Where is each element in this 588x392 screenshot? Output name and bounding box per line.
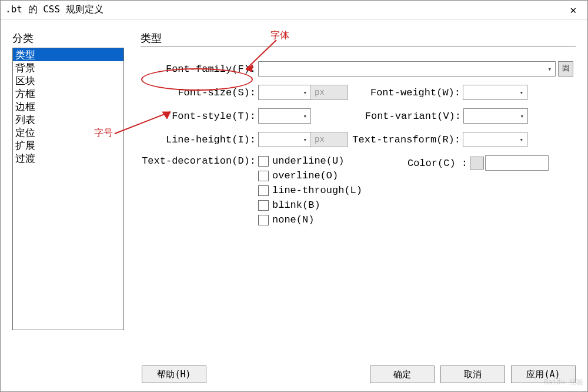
divider xyxy=(141,46,576,47)
decoration-option: underline(U) xyxy=(258,155,393,167)
type-panel: 类型 Font-family(F): ▾ 固 Font-size(S): ▾ p… xyxy=(124,31,576,356)
category-panel: 分类 类型背景区块方框边框列表定位扩展过渡 xyxy=(12,31,124,356)
category-item[interactable]: 背景 xyxy=(13,61,123,74)
chevron-down-icon: ▾ xyxy=(519,136,523,144)
chevron-down-icon: ▾ xyxy=(303,89,307,97)
decoration-label: overline(O) xyxy=(272,170,338,181)
css-rule-dialog: .bt 的 CSS 规则定义 ✕ 分类 类型背景区块方框边框列表定位扩展过渡 类… xyxy=(0,0,588,392)
category-item[interactable]: 方框 xyxy=(13,87,123,100)
label-color: Color(C) : xyxy=(393,158,470,169)
cancel-button[interactable]: 取消 xyxy=(440,366,505,383)
label-text-transform: Text-transform(R): xyxy=(348,134,463,145)
dialog-body: 分类 类型背景区块方框边框列表定位扩展过渡 类型 Font-family(F):… xyxy=(1,19,587,361)
checkbox[interactable] xyxy=(258,171,269,181)
category-item[interactable]: 边框 xyxy=(13,100,123,113)
decoration-label: none(N) xyxy=(272,214,314,225)
category-header: 分类 xyxy=(12,31,124,45)
apply-button[interactable]: 应用(A) xyxy=(511,366,576,383)
label-font-family: Font-family(F): xyxy=(141,64,258,75)
decoration-label: line-through(L) xyxy=(272,185,362,196)
decoration-option: blink(B) xyxy=(258,200,393,211)
category-item[interactable]: 类型 xyxy=(13,48,123,61)
checkbox[interactable] xyxy=(258,185,269,196)
select-font-size[interactable]: ▾ xyxy=(258,85,311,100)
chevron-down-icon: ▾ xyxy=(303,112,307,120)
unit-font-size[interactable]: px xyxy=(310,85,348,100)
label-font-variant: Font-variant(V): xyxy=(349,111,463,122)
row-font-style: Font-style(T): ▾ Font-variant(V): ▾ xyxy=(141,108,576,124)
category-item[interactable]: 区块 xyxy=(13,74,123,87)
color-group: Color(C) : xyxy=(393,155,549,171)
row-font-size: Font-size(S): ▾ px Font-weight(W): ▾ xyxy=(141,85,576,100)
label-font-style: Font-style(T): xyxy=(141,111,258,122)
select-font-style[interactable]: ▾ xyxy=(258,108,311,124)
label-text-decoration: Text-decoration(D): xyxy=(141,155,258,167)
font-family-extra-button[interactable]: 固 xyxy=(558,61,573,77)
category-item[interactable]: 列表 xyxy=(13,113,123,126)
row-font-family: Font-family(F): ▾ 固 xyxy=(141,61,576,77)
select-font-family[interactable]: ▾ xyxy=(258,61,556,77)
chevron-down-icon: ▾ xyxy=(520,112,524,120)
checkbox[interactable] xyxy=(258,215,269,225)
decoration-label: blink(B) xyxy=(272,200,320,211)
row-text-decoration: Text-decoration(D): underline(U)overline… xyxy=(141,155,576,229)
dialog-footer: 帮助(H) 确定 取消 应用(A) xyxy=(1,361,587,391)
unit-line-height[interactable]: px xyxy=(310,132,348,147)
close-icon[interactable]: ✕ xyxy=(564,4,583,16)
ok-button[interactable]: 确定 xyxy=(370,366,435,383)
decoration-option: overline(O) xyxy=(258,170,393,181)
row-line-height: Line-height(I): ▾ px Text-transform(R): … xyxy=(141,132,576,147)
checkbox[interactable] xyxy=(258,156,269,167)
category-item[interactable]: 过渡 xyxy=(13,152,123,165)
window-title: .bt 的 CSS 规则定义 xyxy=(5,4,564,16)
category-item[interactable]: 定位 xyxy=(13,126,123,139)
form: Font-family(F): ▾ 固 Font-size(S): ▾ px F… xyxy=(141,61,576,237)
help-button[interactable]: 帮助(H) xyxy=(142,366,206,383)
type-header: 类型 xyxy=(141,31,576,45)
decoration-option: line-through(L) xyxy=(258,185,393,196)
text-decoration-options: underline(U)overline(O)line-through(L)bl… xyxy=(258,155,393,229)
category-item[interactable]: 扩展 xyxy=(13,139,123,152)
label-line-height: Line-height(I): xyxy=(141,134,258,145)
category-list[interactable]: 类型背景区块方框边框列表定位扩展过渡 xyxy=(12,48,124,330)
titlebar: .bt 的 CSS 规则定义 ✕ xyxy=(1,1,587,19)
decoration-option: none(N) xyxy=(258,214,393,225)
chevron-down-icon: ▾ xyxy=(547,65,552,73)
color-input[interactable] xyxy=(485,155,549,171)
chevron-down-icon: ▾ xyxy=(519,89,523,97)
checkbox[interactable] xyxy=(258,200,269,211)
label-font-size: Font-size(S): xyxy=(141,87,258,98)
select-font-weight[interactable]: ▾ xyxy=(463,85,527,100)
label-font-weight: Font-weight(W): xyxy=(348,87,463,98)
color-swatch[interactable] xyxy=(470,157,484,170)
decoration-label: underline(U) xyxy=(272,155,344,167)
select-font-variant[interactable]: ▾ xyxy=(463,108,528,124)
select-line-height[interactable]: ▾ xyxy=(258,132,311,147)
chevron-down-icon: ▾ xyxy=(303,136,307,144)
select-text-transform[interactable]: ▾ xyxy=(463,132,527,147)
